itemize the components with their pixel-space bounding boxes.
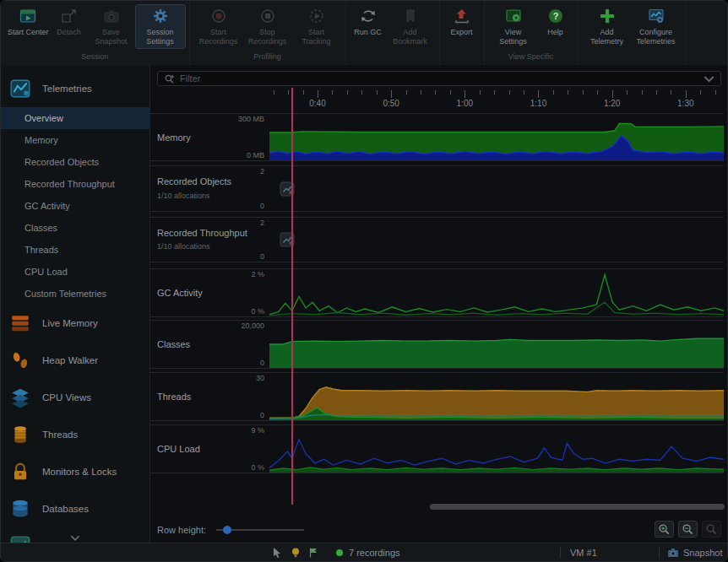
chevron-down-icon[interactable] <box>70 535 80 541</box>
row-name: Recorded Throughput <box>157 228 247 238</box>
ruler-tick <box>700 90 701 95</box>
sidebar-item-custom-telemetries[interactable]: Custom Telemetries <box>1 283 149 305</box>
ruler-tick <box>347 90 348 95</box>
row-chart-gc-activity[interactable] <box>269 269 724 316</box>
telemetry-row-classes: Classes20,0000 <box>150 320 724 369</box>
add-bookmark-button[interactable]: Add Bookmark <box>386 5 435 48</box>
timeline-ruler[interactable]: 0:400:501:001:101:201:30 <box>269 88 724 112</box>
sidebar-section-telemetries[interactable]: Telemetries <box>1 70 149 107</box>
zoom-reset-icon <box>705 523 718 536</box>
scale-max-label: 2 <box>260 167 264 176</box>
scale-min-label: 0 <box>260 359 264 367</box>
live-memory-icon <box>9 312 31 334</box>
sidebar-section-heap-walker[interactable]: Heap Walker <box>1 342 149 379</box>
configure-telemetries-button[interactable]: Configure Telemetries <box>632 5 681 48</box>
row-height-slider[interactable] <box>216 519 304 541</box>
sidebar-section-label: Telemetries <box>42 84 92 94</box>
zoom-out-button[interactable] <box>678 521 698 538</box>
toolbar-button-label: Detach <box>57 28 81 46</box>
help-icon: ? <box>546 7 565 25</box>
ruler-tick <box>509 90 510 95</box>
flag-icon[interactable] <box>307 543 319 562</box>
sidebar-item-memory[interactable]: Memory <box>1 129 149 151</box>
sidebar-section-label: Databases <box>42 504 89 514</box>
add-telemetry-icon <box>598 7 617 25</box>
sidebar-item-gc-activity[interactable]: GC Activity <box>1 195 149 217</box>
ruler-tick <box>391 90 392 98</box>
start-center-icon <box>19 7 37 25</box>
statusbar-separator <box>560 547 561 559</box>
view-settings-button[interactable]: View Settings <box>489 5 538 48</box>
ruler-time-label: 0:50 <box>383 99 399 108</box>
start-tracking-button[interactable]: Start Tracking <box>292 5 341 48</box>
ruler-tick <box>597 90 598 95</box>
chevron-down-icon[interactable] <box>704 73 714 84</box>
filter-bar[interactable]: Filter <box>157 71 721 86</box>
row-name: Memory <box>157 132 191 143</box>
row-chart-threads[interactable] <box>269 373 724 420</box>
row-chart-recorded-throughput[interactable] <box>269 218 724 262</box>
ruler-tick <box>656 90 657 95</box>
row-name: GC Activity <box>157 288 203 298</box>
jprofiler-window: Start CenterDetachSave SnapshotSession S… <box>0 0 728 562</box>
toolbar-group-label <box>583 51 681 63</box>
telemetry-row-recorded-objects: Recorded Objects1/10 allocations20 <box>150 165 724 212</box>
ruler-tick <box>642 90 643 95</box>
sidebar-section-threads[interactable]: Threads <box>1 416 149 453</box>
ruler-tick <box>332 90 333 95</box>
toolbar-group: Start RecordingsStop RecordingsStart Tra… <box>190 1 346 65</box>
row-label-column: Memory300 MB0 MB <box>150 114 269 160</box>
export-button[interactable]: Export <box>444 5 480 48</box>
save-snapshot-button[interactable]: Save Snapshot <box>87 5 136 48</box>
snapshot-label: Snapshot <box>683 543 722 562</box>
start-recordings-button[interactable]: Start Recordings <box>194 5 243 48</box>
sidebar-section-live-memory[interactable]: Live Memory <box>1 305 149 342</box>
zoom-in-button[interactable] <box>655 521 674 538</box>
row-chart-cpu-load[interactable] <box>269 425 724 473</box>
start-tracking-icon <box>307 7 326 25</box>
session-settings-button[interactable]: Session Settings <box>136 5 185 48</box>
bulb-icon[interactable] <box>290 543 302 562</box>
ruler-time-label: 1:30 <box>677 99 693 108</box>
sidebar-item-cpu-load[interactable]: CPU Load <box>1 261 149 283</box>
toolbar-button-label: Configure Telemetries <box>634 28 678 46</box>
search-icon <box>164 73 175 84</box>
run-gc-button[interactable]: Run GC <box>350 5 386 48</box>
slider-thumb[interactable] <box>223 526 231 534</box>
toolbar-group: Add TelemetryConfigure Telemetries <box>579 1 686 65</box>
start-center-button[interactable]: Start Center <box>5 5 52 48</box>
toolbar-button-label: Add Telemetry <box>585 28 629 46</box>
databases-icon <box>9 498 31 520</box>
add-telemetry-button[interactable]: Add Telemetry <box>583 5 632 48</box>
horizontal-scrollbar[interactable] <box>430 504 725 510</box>
telemetry-row-recorded-throughput: Recorded Throughput1/10 allocations20 <box>150 217 724 262</box>
sidebar-item-recorded-throughput[interactable]: Recorded Throughput <box>1 173 149 195</box>
row-label-column: CPU Load9 %0 % <box>150 425 269 473</box>
sidebar-item-threads[interactable]: Threads <box>1 239 149 261</box>
sidebar-item-recorded-objects[interactable]: Recorded Objects <box>1 151 149 173</box>
pointer-icon[interactable] <box>271 543 283 562</box>
stop-recordings-button[interactable]: Stop Recordings <box>243 5 292 48</box>
scale-min-label: 0 <box>260 252 264 261</box>
sidebar-section-databases[interactable]: Databases <box>1 490 149 527</box>
ruler-tick <box>686 90 687 98</box>
sidebar-section-monitors-locks[interactable]: Monitors & Locks <box>1 453 149 490</box>
bookmark-line[interactable] <box>291 88 293 505</box>
sidebar-section-cpu-views[interactable]: CPU Views <box>1 379 149 416</box>
row-chart-classes[interactable] <box>269 321 724 368</box>
partial-section-icon <box>9 535 31 543</box>
row-chart-recorded-objects[interactable] <box>269 166 724 211</box>
help-button[interactable]: ?Help <box>538 5 573 48</box>
ruler-tick <box>303 90 304 95</box>
toolbar-group: View Settings?HelpView Specific <box>485 1 579 65</box>
ruler-tick <box>568 90 568 95</box>
detach-button[interactable]: Detach <box>52 5 87 48</box>
bottom-controls: Row height: <box>150 519 727 541</box>
telemetry-row-cpu-load: CPU Load9 %0 % <box>150 424 724 473</box>
toolbar-button-label: Start Recordings <box>197 28 241 46</box>
statusbar-separator <box>659 547 660 559</box>
ruler-tick <box>274 90 274 95</box>
sidebar-item-classes[interactable]: Classes <box>1 217 149 239</box>
sidebar-item-overview[interactable]: Overview <box>1 107 149 129</box>
row-chart-memory[interactable] <box>269 114 724 160</box>
